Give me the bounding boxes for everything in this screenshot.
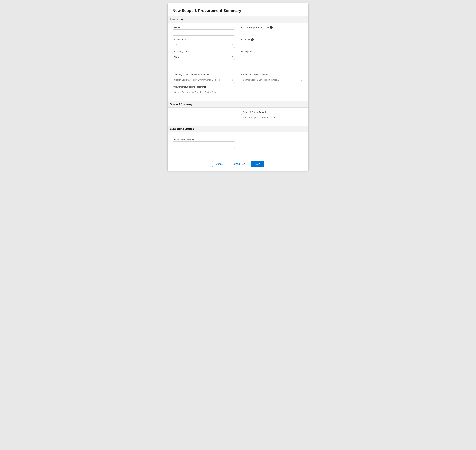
- inflation-rate-override-label: Inflation Rate Override: [173, 138, 235, 141]
- description-group: Description: [241, 50, 303, 71]
- stationary-asset-env-source-label: Stationary Asset Environmental Source: [173, 73, 235, 76]
- scope3-carbon-footprint-group: * Scope 3 Carbon Footprint ⌕: [241, 111, 303, 120]
- information-section-header: Information: [168, 16, 308, 23]
- procurement-emissions-factors-label: Procurement Emissions Factors i: [173, 85, 235, 88]
- scope3-carbon-footprint-search-wrapper: ⌕: [241, 114, 303, 120]
- scope3-summary-grid: * Scope 3 Carbon Footprint ⌕: [173, 111, 303, 123]
- scope3-empty-left: [173, 111, 235, 123]
- complete-group: Complete i: [241, 38, 303, 48]
- complete-label: Complete i: [241, 38, 303, 41]
- name-group: * Name: [173, 26, 235, 36]
- complete-checkbox[interactable]: [241, 42, 244, 44]
- carbon-footprint-report-date-group: Carbon Footprint Report Date i: [241, 26, 303, 36]
- footer-buttons: Cancel Save & New Save: [173, 158, 303, 167]
- scope3-emissions-source-label: * Scope 3 Emissions Source: [241, 73, 303, 76]
- scope3-emissions-source-required-star: *: [241, 73, 242, 76]
- carbon-footprint-report-date-label: Carbon Footprint Report Date i: [241, 26, 303, 29]
- supporting-metrics-section-header: Supporting Metrics: [168, 126, 308, 132]
- scope3-carbon-footprint-label: * Scope 3 Carbon Footprint: [241, 111, 303, 113]
- inflation-rate-override-group: Inflation Rate Override: [173, 138, 235, 148]
- scope3-summary-section-header: Scope 3 Summary: [168, 101, 308, 108]
- carbon-footprint-report-date-info-icon[interactable]: i: [270, 26, 273, 29]
- calendar-year-select-wrapper: 2020 2021 2022 2023 2024 ▼: [173, 41, 235, 48]
- empty-col: [241, 85, 303, 98]
- procurement-emissions-factors-info-icon[interactable]: i: [203, 85, 206, 88]
- scope3-emissions-source-group: * Scope 3 Emissions Source ⌕: [241, 73, 303, 83]
- cancel-button[interactable]: Cancel: [212, 161, 227, 167]
- scope3-carbon-footprint-input[interactable]: [241, 114, 303, 120]
- scope3-emissions-source-input[interactable]: [241, 77, 303, 83]
- stationary-asset-env-source-search-wrapper: ⌕: [173, 77, 235, 83]
- currency-code-required-star: *: [173, 50, 173, 53]
- inflation-rate-override-input[interactable]: [173, 142, 235, 148]
- save-new-button[interactable]: Save & New: [229, 161, 249, 167]
- save-button[interactable]: Save: [251, 161, 264, 167]
- information-form-grid: * Name Carbon Footprint Report Date i * …: [173, 26, 303, 98]
- scope3-summary-section: Scope 3 Summary * Scope 3 Carbon Footpri…: [173, 101, 303, 126]
- page-title: New Scope 3 Procurement Summary: [173, 8, 303, 13]
- complete-checkbox-wrapper: [241, 42, 303, 44]
- currency-code-group: * Currency Code USD EUR GBP JPY ▼: [173, 50, 235, 71]
- currency-code-label: * Currency Code: [173, 50, 235, 53]
- stationary-asset-env-source-input[interactable]: [173, 77, 235, 83]
- name-required-star: *: [173, 26, 173, 29]
- calendar-year-label: * Calendar Year: [173, 38, 235, 41]
- modal-container: New Scope 3 Procurement Summary Informat…: [167, 3, 309, 171]
- name-label: * Name: [173, 26, 235, 29]
- procurement-emissions-factors-group: Procurement Emissions Factors i ⌕: [173, 85, 235, 95]
- scope3-emissions-source-search-wrapper: ⌕: [241, 77, 303, 83]
- supporting-metrics-section: Supporting Metrics Inflation Rate Overri…: [173, 126, 303, 154]
- procurement-emissions-factors-input[interactable]: [173, 89, 235, 95]
- supporting-metrics-body: Inflation Rate Override: [173, 136, 303, 154]
- name-input[interactable]: [173, 29, 235, 36]
- currency-code-select-wrapper: USD EUR GBP JPY ▼: [173, 54, 235, 60]
- procurement-emissions-factors-search-wrapper: ⌕: [173, 89, 235, 95]
- scope3-carbon-footprint-required-star: *: [241, 111, 242, 113]
- stationary-asset-env-source-group: Stationary Asset Environmental Source ⌕: [173, 73, 235, 83]
- information-section: Information * Name Carbon Footprint Repo…: [173, 16, 303, 98]
- currency-code-select[interactable]: USD EUR GBP JPY: [173, 54, 235, 60]
- calendar-year-required-star: *: [173, 38, 173, 41]
- description-textarea[interactable]: [241, 54, 303, 70]
- complete-info-icon[interactable]: i: [251, 38, 254, 41]
- description-label: Description: [241, 50, 303, 53]
- calendar-year-select[interactable]: 2020 2021 2022 2023 2024: [173, 41, 235, 48]
- calendar-year-group: * Calendar Year 2020 2021 2022 2023 2024…: [173, 38, 235, 48]
